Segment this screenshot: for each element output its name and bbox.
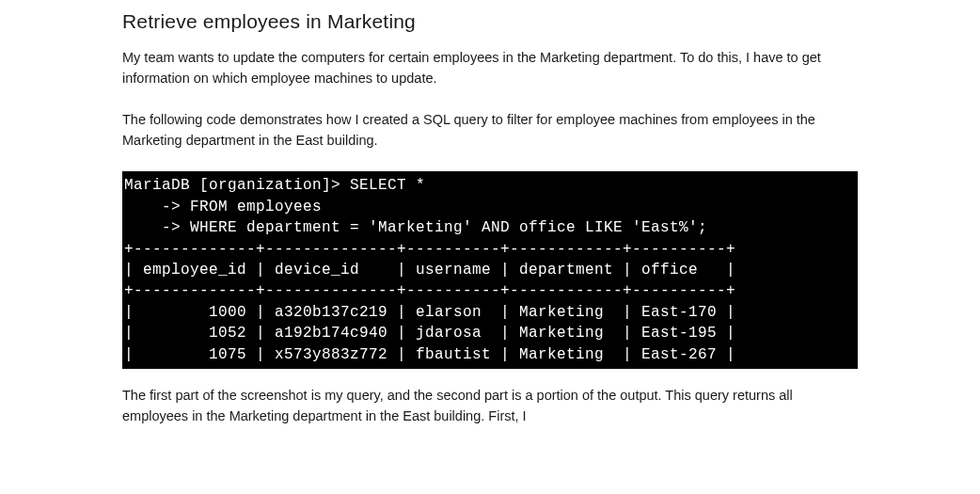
intro-paragraph: My team wants to update the computers fo…: [122, 48, 858, 89]
terminal-output: MariaDB [organization]> SELECT * -> FROM…: [122, 171, 858, 369]
section-heading: Retrieve employees in Marketing: [122, 8, 858, 35]
sql-description-paragraph: The following code demonstrates how I cr…: [122, 110, 858, 151]
closing-paragraph: The first part of the screenshot is my q…: [122, 386, 858, 427]
